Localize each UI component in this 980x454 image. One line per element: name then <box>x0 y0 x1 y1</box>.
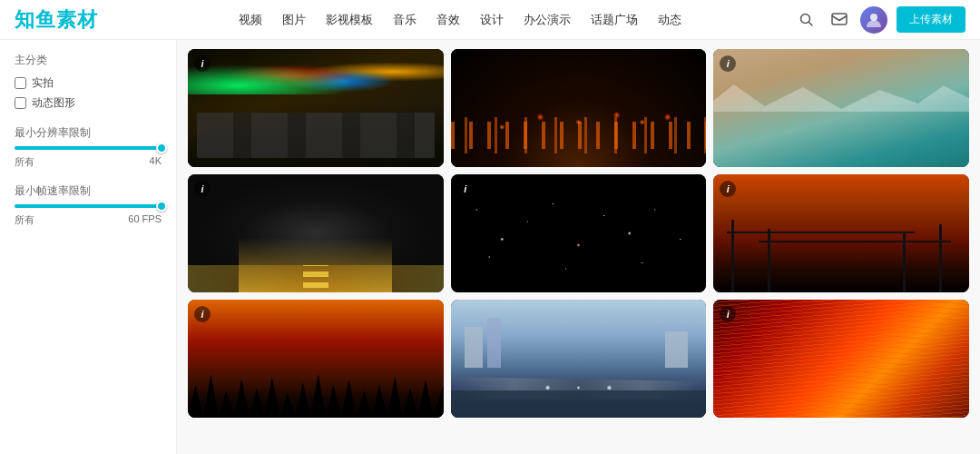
media-card-6[interactable]: i <box>713 174 969 292</box>
avatar[interactable] <box>860 6 887 34</box>
logo[interactable]: 知鱼素材 <box>15 6 98 34</box>
fps-slider-thumb[interactable] <box>156 201 167 212</box>
checkbox-real-shoot[interactable] <box>15 77 26 89</box>
content-area: i i <box>177 40 980 454</box>
nav-sfx[interactable]: 音效 <box>436 12 460 28</box>
fps-values: 所有 60 FPS <box>15 213 162 227</box>
media-card-5[interactable]: i <box>451 174 707 292</box>
info-badge-1[interactable]: i <box>194 55 211 72</box>
sidebar: 主分类 实拍 动态图形 最小分辨率限制 所有 4K 最小帧速率限制 <box>0 40 177 454</box>
category-motion-graphic[interactable]: 动态图形 <box>15 95 162 111</box>
search-icon[interactable] <box>795 8 818 32</box>
main-layout: 主分类 实拍 动态图形 最小分辨率限制 所有 4K 最小帧速率限制 <box>0 40 980 454</box>
resolution-values: 所有 4K <box>15 155 162 169</box>
upload-button[interactable]: 上传素材 <box>897 6 965 33</box>
message-icon[interactable] <box>828 8 851 32</box>
header-actions: 上传素材 <box>795 6 965 34</box>
info-badge-4[interactable]: i <box>194 181 211 197</box>
category-filters: 实拍 动态图形 <box>15 75 162 111</box>
info-badge-7[interactable]: i <box>194 306 211 322</box>
resolution-label: 最小分辨率限制 <box>15 125 162 141</box>
checkbox-motion-graphic[interactable] <box>15 97 26 109</box>
svg-line-1 <box>809 22 813 25</box>
resolution-slider-track[interactable] <box>15 146 162 150</box>
nav-video[interactable]: 视频 <box>239 12 262 28</box>
resolution-filter: 最小分辨率限制 所有 4K <box>15 125 162 169</box>
media-card-8[interactable] <box>451 300 707 418</box>
resolution-slider-thumb[interactable] <box>156 143 167 153</box>
fps-filter: 最小帧速率限制 所有 60 FPS <box>15 183 162 227</box>
media-grid: i i <box>188 49 969 418</box>
fps-slider-track[interactable] <box>15 204 162 208</box>
nav-music[interactable]: 音乐 <box>393 12 416 28</box>
nav-image[interactable]: 图片 <box>282 12 306 28</box>
info-badge-5[interactable]: i <box>457 181 474 197</box>
fps-slider-fill <box>15 204 162 208</box>
media-card-4[interactable]: i <box>188 174 444 292</box>
main-nav: 视频 图片 影视模板 音乐 音效 设计 办公演示 话题广场 动态 <box>125 12 795 28</box>
media-card-2[interactable] <box>451 49 707 167</box>
header: 知鱼素材 视频 图片 影视模板 音乐 音效 设计 办公演示 话题广场 动态 <box>0 0 980 40</box>
svg-point-3 <box>870 14 877 21</box>
svg-rect-2 <box>832 14 847 25</box>
media-card-7[interactable]: i <box>188 300 444 418</box>
media-card-9[interactable]: i <box>713 300 969 418</box>
media-card-3[interactable]: i <box>713 49 969 167</box>
fps-label: 最小帧速率限制 <box>15 183 162 199</box>
category-real-shoot[interactable]: 实拍 <box>15 75 162 91</box>
nav-topic[interactable]: 话题广场 <box>591 12 638 28</box>
nav-dynamic[interactable]: 动态 <box>658 12 681 28</box>
category-section-title: 主分类 <box>15 53 162 68</box>
nav-design[interactable]: 设计 <box>480 12 504 28</box>
nav-template[interactable]: 影视模板 <box>326 12 373 28</box>
media-card-1[interactable]: i <box>188 49 444 167</box>
resolution-slider-fill <box>15 146 162 150</box>
nav-office[interactable]: 办公演示 <box>524 12 571 28</box>
